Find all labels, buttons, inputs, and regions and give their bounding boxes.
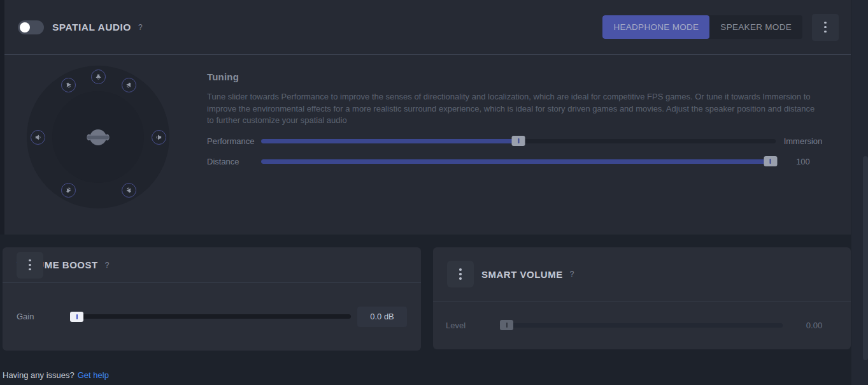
spatial-audio-header: SPATIAL AUDIO ? HEADPHONE MODE SPEAKER M… (4, 0, 851, 55)
immersion-label: Immersion (776, 136, 830, 146)
speaker-glyph (64, 185, 73, 195)
left-edge-strip (0, 0, 4, 235)
kebab-dot (824, 22, 827, 24)
spatial-audio-card: SPATIAL AUDIO ? HEADPHONE MODE SPEAKER M… (4, 0, 851, 235)
speaker-position-map (27, 66, 169, 208)
speaker-glyph (155, 134, 162, 141)
speaker-icon-front-right[interactable] (122, 78, 136, 92)
speaker-icon-rear-right[interactable] (122, 183, 136, 198)
speaker-glyph (95, 73, 102, 80)
performance-slider-row: Performance Immersion (207, 131, 830, 150)
kebab-dot (29, 268, 31, 271)
spatial-audio-menu-button[interactable] (812, 14, 839, 41)
smart-volume-help-icon[interactable]: ? (570, 270, 574, 279)
distance-slider-thumb[interactable] (764, 156, 777, 166)
distance-label: Distance (207, 157, 261, 166)
headphone-mode-button[interactable]: HEADPHONE MODE (602, 15, 709, 39)
performance-slider-thumb[interactable] (512, 136, 525, 146)
gain-value: 0.0 dB (357, 307, 407, 327)
volume-boost-menu-button[interactable] (17, 252, 43, 279)
level-slider[interactable] (500, 323, 783, 328)
get-help-link[interactable]: Get help (78, 370, 109, 380)
speaker-glyph (124, 185, 134, 195)
gain-label: Gain (17, 312, 70, 321)
scrollbar-thumb[interactable] (863, 156, 868, 360)
speaker-glyph (64, 80, 73, 90)
smart-volume-panel: SMART VOLUME ? Level 0.00 (433, 247, 851, 349)
gain-row: Gain 0.0 dB (3, 283, 421, 350)
speaker-icon-center[interactable] (91, 69, 106, 84)
kebab-dot (459, 277, 462, 280)
sonar-audio-settings-page: SPATIAL AUDIO ? HEADPHONE MODE SPEAKER M… (0, 0, 868, 385)
toggle-knob (20, 22, 30, 33)
footer: Having any issues?Get help (3, 370, 109, 380)
level-slider-thumb[interactable] (500, 320, 513, 330)
distance-slider-row: Distance 100 (207, 152, 830, 171)
speaker-icon-rear-left[interactable] (61, 183, 76, 198)
performance-label: Performance (207, 136, 261, 146)
speaker-mode-button[interactable]: SPEAKER MODE (709, 15, 802, 39)
kebab-dot (824, 26, 827, 29)
smart-volume-header: SMART VOLUME ? (433, 247, 851, 301)
footer-question: Having any issues? (3, 370, 75, 380)
mode-switcher: HEADPHONE MODE SPEAKER MODE (602, 15, 802, 39)
speaker-icon-side-right[interactable] (152, 130, 166, 145)
spatial-audio-help-icon[interactable]: ? (138, 23, 143, 32)
speaker-icon-side-left[interactable] (31, 130, 45, 145)
performance-slider[interactable] (261, 139, 776, 143)
kebab-dot (29, 264, 31, 266)
speaker-icon-front-left[interactable] (61, 78, 76, 92)
volume-boost-header: VOLUME BOOST ? (3, 247, 421, 283)
kebab-dot (29, 259, 31, 262)
kebab-dot (459, 273, 462, 275)
level-label: Level (446, 321, 500, 330)
smart-volume-menu-button[interactable] (447, 261, 474, 287)
level-row: Level 0.00 (433, 301, 851, 349)
speaker-glyph (124, 80, 134, 90)
smart-volume-title: SMART VOLUME (481, 269, 563, 280)
volume-boost-panel: VOLUME BOOST ? Gain 0.0 dB (3, 247, 421, 351)
tuning-description: Tune slider towards Performance to impro… (207, 91, 822, 127)
gain-slider-thumb[interactable] (70, 312, 83, 322)
volume-boost-help-icon[interactable]: ? (105, 261, 110, 270)
distance-slider[interactable] (261, 159, 776, 164)
kebab-dot (824, 31, 827, 33)
spatial-audio-header-actions: HEADPHONE MODE SPEAKER MODE (602, 14, 839, 41)
performance-slider-fill (261, 139, 518, 143)
listener-head-icon (85, 127, 111, 151)
level-value: 0.00 (790, 315, 838, 335)
kebab-dot (459, 268, 462, 271)
spatial-audio-toggle[interactable] (18, 20, 44, 34)
gain-slider[interactable] (70, 314, 351, 319)
tuning-heading: Tuning (207, 71, 239, 82)
speaker-glyph (34, 134, 41, 141)
spatial-audio-title: SPATIAL AUDIO (52, 22, 131, 33)
distance-value: 100 (776, 157, 830, 166)
distance-slider-fill (261, 159, 771, 164)
